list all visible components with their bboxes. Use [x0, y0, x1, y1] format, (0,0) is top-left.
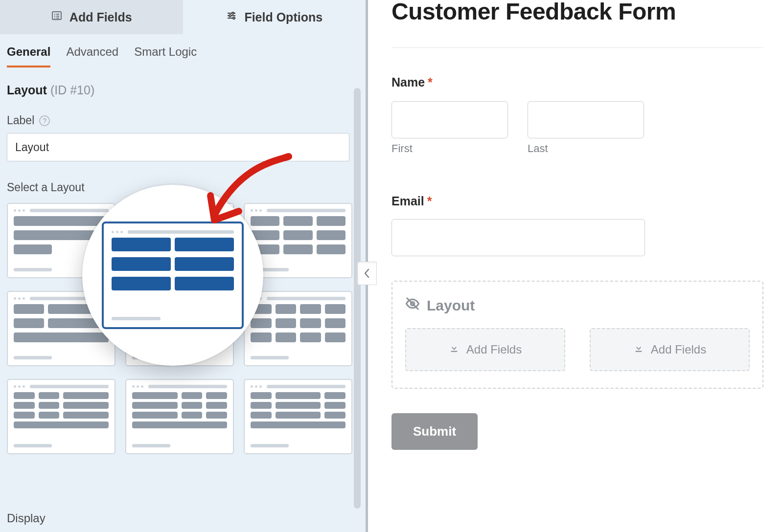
email-input[interactable] [392, 219, 645, 256]
layout-option-1-1-2[interactable] [7, 379, 115, 454]
email-label: Email [392, 194, 424, 208]
panel-scrollbar[interactable] [354, 88, 361, 518]
layout-option-1-2-1[interactable] [244, 379, 352, 454]
first-name-input[interactable] [392, 101, 508, 138]
dropzone-label: Add Fields [651, 343, 706, 356]
sub-tabs: General Advanced Smart Logic [0, 34, 366, 67]
submit-button[interactable]: Submit [392, 413, 478, 450]
sub-tab-smart-logic[interactable]: Smart Logic [134, 45, 197, 67]
required-asterisk: * [428, 75, 433, 89]
layout-option-2-1-1[interactable] [125, 379, 234, 454]
form-title: Customer Feedback Form [392, 0, 763, 25]
download-icon [449, 343, 460, 356]
chevron-left-icon [364, 268, 370, 278]
label-field-label: Label [7, 114, 34, 127]
last-name-input[interactable] [528, 101, 644, 138]
tab-field-options-label: Field Options [244, 10, 322, 24]
help-icon[interactable]: ? [39, 115, 50, 126]
sidebar-panel: Add Fields Field Options General Advance… [0, 0, 368, 532]
layout-option-2col-selected[interactable] [102, 222, 244, 329]
sub-tab-general[interactable]: General [7, 45, 50, 67]
sub-tab-advanced[interactable]: Advanced [66, 45, 118, 67]
email-field: Email* [392, 194, 763, 256]
eye-off-icon [405, 296, 420, 314]
svg-rect-6 [635, 351, 642, 352]
last-name-sublabel: Last [528, 142, 644, 155]
name-label: Name [392, 75, 425, 89]
sliders-icon [226, 10, 237, 24]
tab-field-options[interactable]: Field Options [183, 0, 366, 34]
required-asterisk: * [427, 194, 432, 208]
annotation-arrow [201, 152, 299, 235]
layout-column-1-dropzone[interactable]: Add Fields [405, 328, 565, 371]
form-preview: Customer Feedback Form Name* First Last … [368, 0, 783, 532]
form-divider [392, 47, 763, 48]
layout-column-2-dropzone[interactable]: Add Fields [590, 328, 750, 371]
svg-point-2 [229, 15, 231, 17]
top-tabs: Add Fields Field Options [0, 0, 366, 34]
dropzone-label: Add Fields [466, 343, 522, 356]
svg-point-1 [232, 12, 234, 14]
section-id-text: (ID #10) [50, 83, 94, 97]
display-section-label: Display [7, 511, 46, 525]
collapse-panel-button[interactable] [357, 262, 377, 285]
section-title: Layout (ID #10) [7, 83, 359, 97]
layout-block[interactable]: Layout Add Fields Add Fields [392, 281, 763, 389]
name-field: Name* First Last [392, 75, 763, 155]
svg-point-3 [233, 17, 235, 19]
section-title-text: Layout [7, 83, 47, 97]
layout-block-title: Layout [427, 297, 475, 314]
list-icon [51, 10, 63, 24]
layout-option-4col[interactable] [244, 291, 352, 366]
first-name-sublabel: First [392, 142, 508, 155]
tab-add-fields[interactable]: Add Fields [0, 0, 183, 34]
download-icon [633, 343, 644, 356]
svg-rect-5 [451, 351, 457, 352]
tab-add-fields-label: Add Fields [69, 10, 132, 24]
